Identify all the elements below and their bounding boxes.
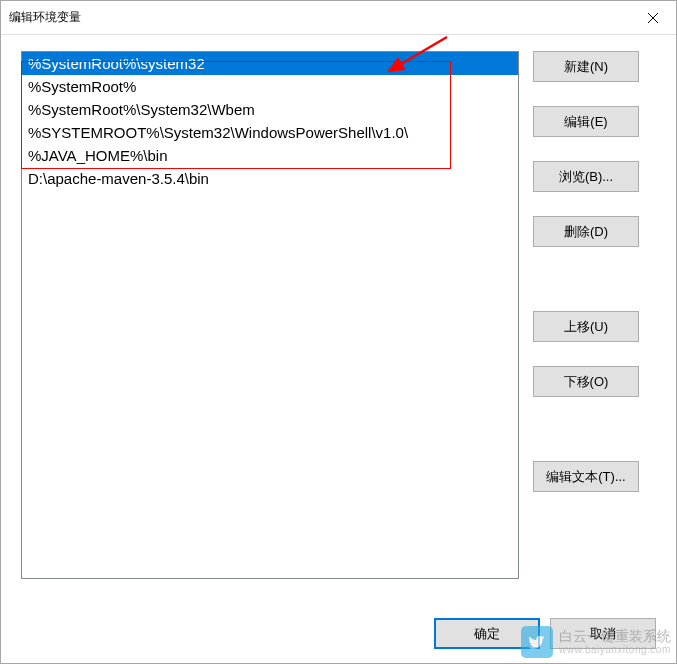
cancel-button[interactable]: 取消 bbox=[550, 618, 656, 649]
side-button-column: 新建(N) 编辑(E) 浏览(B)... 删除(D) 上移(U) 下移(O) 编… bbox=[533, 51, 639, 596]
list-item[interactable]: %SYSTEMROOT%\System32\WindowsPowerShell\… bbox=[22, 121, 518, 144]
path-listbox[interactable]: %SystemRoot%\system32 %SystemRoot% %Syst… bbox=[21, 51, 519, 579]
list-item[interactable]: %JAVA_HOME%\bin bbox=[22, 144, 518, 167]
close-button[interactable] bbox=[630, 1, 676, 34]
list-item[interactable]: %SystemRoot% bbox=[22, 75, 518, 98]
list-item[interactable]: %SystemRoot%\system32 bbox=[22, 52, 518, 75]
dialog-window: 编辑环境变量 %SystemRoot%\system32 %SystemRoot… bbox=[0, 0, 677, 664]
move-up-button[interactable]: 上移(U) bbox=[533, 311, 639, 342]
list-item[interactable]: %SystemRoot%\System32\Wbem bbox=[22, 98, 518, 121]
delete-button[interactable]: 删除(D) bbox=[533, 216, 639, 247]
browse-button[interactable]: 浏览(B)... bbox=[533, 161, 639, 192]
new-button[interactable]: 新建(N) bbox=[533, 51, 639, 82]
bottom-button-row: 确定 取消 bbox=[21, 596, 656, 649]
move-down-button[interactable]: 下移(O) bbox=[533, 366, 639, 397]
ok-button[interactable]: 确定 bbox=[434, 618, 540, 649]
window-title: 编辑环境变量 bbox=[9, 9, 81, 26]
titlebar: 编辑环境变量 bbox=[1, 1, 676, 35]
content-area: %SystemRoot%\system32 %SystemRoot% %Syst… bbox=[1, 35, 676, 663]
close-icon bbox=[647, 12, 659, 24]
edit-button[interactable]: 编辑(E) bbox=[533, 106, 639, 137]
list-item[interactable]: D:\apache-maven-3.5.4\bin bbox=[22, 167, 518, 190]
edit-text-button[interactable]: 编辑文本(T)... bbox=[533, 461, 639, 492]
